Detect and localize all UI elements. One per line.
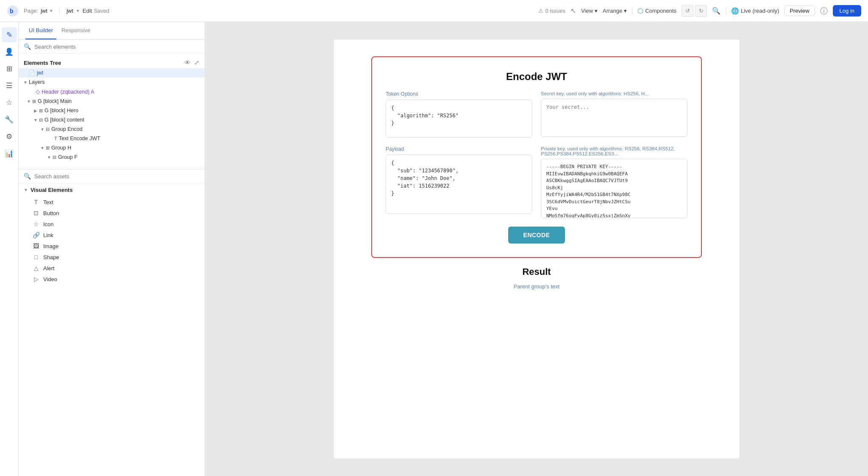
edit-button[interactable]: Edit [83, 8, 92, 14]
assets-element-label-button: Button [43, 210, 59, 216]
sidebar-item-chart[interactable]: 📊 [2, 146, 17, 161]
globe-icon: 🌐 [731, 7, 739, 15]
tree-item-content[interactable]: ▼ ⊟ G [block] content [19, 115, 205, 125]
panel-tabs: UI Builder Responsive [19, 22, 205, 40]
expand-icon[interactable]: ⤢ [194, 59, 200, 66]
edit-saved-section: Edit Saved [83, 8, 109, 14]
expand-arrow-hero: ▶ [32, 108, 39, 113]
token-options-textarea[interactable]: { "algorithm": "RS256" } [386, 100, 532, 138]
components-icon: ⬡ [637, 7, 643, 15]
assets-element-shape[interactable]: □ Shape [19, 252, 205, 263]
edit-icon: ✎ [6, 30, 12, 39]
chart-icon: 📊 [5, 149, 14, 158]
assets-element-icon[interactable]: ☆ Icon [19, 219, 205, 230]
page-name[interactable]: jwt [41, 8, 47, 14]
expand-arrow-content: ▼ [32, 118, 39, 122]
cursor-icon: ↖ [570, 7, 576, 15]
tree-item-group-h[interactable]: ▼ ⊞ Group H [19, 143, 205, 152]
expand-arrow-group-f: ▼ [46, 155, 53, 160]
secret-key-label: Secret key, used only with algorithms: H… [541, 91, 687, 96]
assets-element-text[interactable]: T Text [19, 196, 205, 208]
group-icon-main: ⊞ [32, 99, 36, 104]
private-key-label: Private key, used only with algorithms: … [541, 146, 687, 156]
view-button[interactable]: View ▾ [581, 8, 598, 14]
assets-section: 🔍 ▼ Visual Elements T Text ⊡ Button ☆ [19, 169, 205, 476]
group-icon-f: ⊟ [53, 155, 56, 160]
result-section: Result Parent group's text [371, 266, 702, 290]
sidebar-item-settings[interactable]: ⚙ [2, 129, 17, 144]
tree-item-root[interactable]: 📄 jwt [19, 68, 205, 77]
issues-count: 0 issues [545, 8, 565, 14]
private-key-textarea[interactable]: -----BEGIN PRIVATE KEY----- MIIEvwIBADAN… [541, 159, 687, 218]
text-element-icon: T [32, 199, 40, 205]
tab-responsive[interactable]: Responsive [58, 22, 94, 39]
assets-element-link[interactable]: 🔗 Link [19, 230, 205, 241]
sidebar-item-ui-builder[interactable]: ✎ [2, 27, 17, 42]
tree-item-group-f[interactable]: ▼ ⊟ Group F [19, 152, 205, 162]
secret-key-textarea[interactable] [541, 99, 687, 137]
tree-item-group-encod[interactable]: ▼ ⊟ Group Encod [19, 125, 205, 134]
assets-visual-elements-category: ▼ Visual Elements T Text ⊡ Button ☆ Icon… [19, 183, 205, 285]
preview-button[interactable]: Preview [784, 6, 815, 16]
elements-tree-section: Elements Tree 👁 ⤢ 📄 jwt ▼ Layers [19, 54, 205, 165]
star-icon: ☆ [6, 98, 12, 107]
layers-icon: ☰ [6, 81, 12, 90]
assets-visual-elements-header[interactable]: ▼ Visual Elements [19, 183, 205, 196]
svg-text:b: b [10, 8, 14, 14]
issues-indicator[interactable]: ⚠ 0 issues [538, 8, 565, 14]
tree-item-text-encode[interactable]: T Text Encode JWT [19, 134, 205, 143]
payload-label: Payload [386, 146, 532, 152]
components-button[interactable]: ⬡ Components [637, 7, 676, 15]
sidebar-item-grid[interactable]: ⊞ [2, 61, 17, 76]
sidebar-item-users[interactable]: 👤 [2, 44, 17, 59]
tab-ui-builder[interactable]: UI Builder [25, 22, 56, 39]
elements-tree-title: Elements Tree [24, 60, 61, 66]
file-icon: 📄 [29, 70, 35, 76]
search-elements-input[interactable] [34, 44, 200, 50]
assets-element-video[interactable]: ▷ Video [19, 274, 205, 285]
sidebar-item-tools[interactable]: 🔧 [2, 112, 17, 127]
help-icon[interactable]: ⓘ [820, 6, 828, 16]
search-elements-icon: 🔍 [24, 43, 31, 50]
eye-icon[interactable]: 👁 [184, 59, 191, 66]
jwt-bottom-row: Payload { "sub": "1234567890", "name": "… [386, 146, 687, 218]
expand-arrow-encod: ▼ [39, 127, 46, 132]
link-element-icon: 🔗 [32, 232, 40, 238]
page-chevron-icon[interactable]: ▾ [50, 8, 53, 14]
saved-badge: Saved [94, 8, 109, 14]
canvas-page: Encode JWT Token Options { "algorithm": … [333, 39, 740, 459]
tree-item-label-group-f: Group F [58, 154, 201, 160]
tree-item-label-text-encode: Text Encode JWT [59, 136, 201, 141]
sidebar-item-star[interactable]: ☆ [2, 95, 17, 110]
tree-item-main[interactable]: ▼ ⊞ G [block] Main [19, 97, 205, 106]
sidebar-item-layers[interactable]: ☰ [2, 78, 17, 93]
assets-element-alert[interactable]: △ Alert [19, 263, 205, 274]
encode-button[interactable]: ENCODE [508, 227, 565, 244]
assets-element-image[interactable]: 🖼 Image [19, 241, 205, 252]
elements-tree-actions: 👁 ⤢ [184, 59, 200, 66]
assets-search-input[interactable] [34, 173, 200, 180]
tree-item-layers[interactable]: ▼ Layers [19, 77, 205, 87]
topbar-right: ⚠ 0 issues ↖ View ▾ Arrange ▾ ⬡ Componen… [538, 5, 861, 17]
button-element-icon: ⊡ [32, 210, 40, 216]
assets-element-button[interactable]: ⊡ Button [19, 208, 205, 219]
warning-icon: ⚠ [538, 8, 543, 14]
tree-item-label-layers: Layers [29, 79, 201, 85]
page-tab[interactable]: jwt [67, 8, 73, 14]
shape-element-icon: □ [32, 254, 40, 260]
settings-icon: ⚙ [6, 132, 12, 141]
tree-item-header[interactable]: ◇ Header (zqbackend) A [19, 87, 205, 97]
live-readonly-button[interactable]: 🌐 Live (read-only) [731, 7, 779, 15]
undo-button[interactable]: ↺ [682, 5, 693, 17]
assets-category-label: Visual Elements [31, 187, 72, 193]
arrange-button[interactable]: Arrange ▾ [603, 8, 627, 14]
tree-item-hero[interactable]: ▶ ⊞ G [block] Hero [19, 106, 205, 115]
redo-button[interactable]: ↻ [695, 5, 707, 17]
image-element-icon: 🖼 [32, 243, 40, 249]
assets-element-label-icon: Icon [43, 221, 54, 227]
assets-search-bar: 🔍 [19, 169, 205, 183]
search-icon[interactable]: 🔍 [712, 7, 721, 15]
payload-textarea[interactable]: { "sub": "1234567890", "name": "John Doe… [386, 155, 532, 214]
login-button[interactable]: Log in [833, 5, 861, 17]
tab-chevron-icon[interactable]: ▾ [77, 8, 79, 14]
